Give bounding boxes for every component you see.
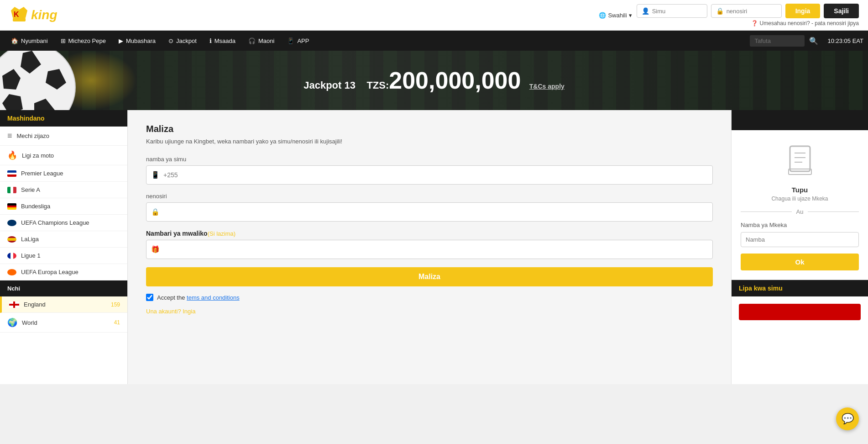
referral-field[interactable] [163, 246, 708, 253]
nav-mubashara[interactable]: ▶ Mubashara [112, 31, 162, 51]
password-input[interactable] [727, 8, 777, 15]
password-field[interactable] [163, 208, 708, 216]
divider-au: Au [796, 208, 804, 215]
sidebar-item-label: Ligi za moto [22, 152, 54, 159]
sim-icon: 📱 [151, 171, 160, 179]
nav-app[interactable]: 📱 APP [281, 31, 315, 51]
content-area: Maliza Karibu ujiunge na Kingbet, weka n… [128, 110, 731, 384]
maliza-button[interactable]: Maliza [146, 267, 713, 286]
nav-label: Michezo Pepe [68, 37, 106, 44]
sidebar-item-serie-a[interactable]: Serie A [0, 182, 127, 198]
phone-input-wrapper[interactable]: 👤 [637, 4, 707, 18]
lipa-content [732, 296, 868, 325]
phone-field[interactable] [163, 171, 708, 179]
tems-link[interactable]: tems and conditions [187, 294, 240, 301]
fire-icon: 🔥 [7, 150, 17, 160]
login-link[interactable]: Una akaunti? Ingia [146, 308, 195, 315]
globe-icon: 🌐 [599, 12, 606, 19]
sidebar-item-label: Bundesliga [21, 203, 50, 210]
divider-line-right [808, 211, 859, 212]
phone-field-wrapper[interactable]: 📱 [146, 165, 713, 185]
tv-icon: ▶ [119, 37, 123, 44]
lang-label: Swahili [608, 12, 627, 19]
sidebar-item-label: Premier League [21, 170, 63, 177]
sidebar-item-ligi-za-moto[interactable]: 🔥 Ligi za moto [0, 146, 127, 165]
password-field-label: nenosiri [146, 193, 713, 200]
phone-input[interactable] [652, 8, 702, 15]
password-input-wrapper[interactable]: 🔒 [711, 4, 782, 18]
betslip-namba-input[interactable] [741, 232, 859, 247]
sidebar-item-bundesliga[interactable]: Bundesliga [0, 198, 127, 215]
nav-search-area: 🔍 10:23:05 EAT [750, 35, 863, 47]
form-title: Maliza [146, 124, 713, 134]
nav-nyumbani[interactable]: 🏠 Nyumbani [5, 31, 54, 51]
nav-label: APP [297, 37, 309, 44]
search-icon[interactable]: 🔍 [809, 37, 818, 45]
referral-sub: (Si lazima) [208, 230, 235, 237]
jackpot-amount: 200,000,000 [389, 67, 521, 94]
sajili-button[interactable]: Sajili [824, 4, 859, 18]
sidebar-item-europa-league[interactable]: UEFA Europa League [0, 264, 127, 280]
sidebar-item-label: Ligue 1 [21, 252, 41, 259]
svg-rect-1 [13, 18, 26, 21]
main-layout: Mashindano ≡ Mechi zijazo 🔥 Ligi za moto… [0, 110, 868, 384]
sidebar-item-label: Serie A [21, 186, 40, 193]
phone-icon: 📱 [287, 37, 294, 44]
ingia-button[interactable]: Ingia [785, 4, 821, 18]
sidebar-item-world[interactable]: 🌍 World 41 [0, 313, 127, 333]
forgot-password-link[interactable]: Umesahau nenosiri? - pata nenosiri jipya [760, 20, 859, 26]
nav-jackpot[interactable]: ⊙ Jackpot [162, 31, 203, 51]
sidebar-item-ligue1[interactable]: Ligue 1 [0, 248, 127, 264]
sidebar-item-champions-league[interactable]: UEFA Champions League [0, 215, 127, 231]
world-label: World [22, 319, 37, 326]
auth-row: 👤 🔒 Ingia Sajili [637, 4, 859, 18]
sidebar-item-label: UEFA Europa League [21, 269, 78, 275]
sidebar-item-laliga[interactable]: LaLiga [0, 231, 127, 248]
tcs-link[interactable]: T&Cs apply [529, 83, 565, 90]
forgot-password[interactable]: ❓ Umesahau nenosiri? - pata nenosiri jip… [751, 20, 859, 26]
jackpot-banner: Jackpot 13 TZS:200,000,000 T&Cs apply [0, 51, 868, 110]
nav-time: 10:23:05 EAT [827, 37, 863, 44]
nav-michezo[interactable]: ⊞ Michezo Pepe [54, 31, 112, 51]
betslip-hint: Chagua ili ujaze Mkeka [771, 196, 828, 202]
nav-label: Msaada [214, 37, 235, 44]
sidebar-item-label: LaLiga [21, 236, 39, 243]
betslip-divider: Au [741, 208, 859, 215]
nav-msaada[interactable]: ℹ Msaada [203, 31, 242, 51]
right-panel-top-bar [732, 110, 868, 130]
sidebar-item-england[interactable]: England 159 [0, 296, 127, 313]
password-field-wrapper[interactable]: 🔒 [146, 202, 713, 222]
sidebar: Mashindano ≡ Mechi zijazo 🔥 Ligi za moto… [0, 110, 128, 384]
home-icon: 🏠 [11, 37, 18, 44]
accept-text: Accept the [157, 294, 185, 301]
header: K king 🌐 Swahili ▾ 👤 🔒 Ingia Sajili [0, 0, 868, 31]
betslip-ok-button[interactable]: Ok [741, 254, 859, 270]
sidebar-item-mechi-zijazo[interactable]: ≡ Mechi zijazo [0, 127, 127, 146]
jackpot-label: Jackpot 13 [303, 79, 356, 91]
betslip-icon [786, 144, 814, 181]
header-right: 🌐 Swahili ▾ 👤 🔒 Ingia Sajili ❓ Umesahau … [599, 4, 859, 26]
grid-icon: ⊞ [61, 37, 66, 44]
search-input[interactable] [750, 35, 805, 47]
england-label: England [24, 301, 46, 308]
sidebar-item-premier-league[interactable]: Premier League [0, 165, 127, 182]
layers-icon: ≡ [7, 131, 12, 141]
accept-checkbox[interactable] [146, 294, 153, 301]
world-flag-icon: 🌍 [7, 317, 17, 328]
language-selector[interactable]: 🌐 Swahili ▾ [599, 12, 632, 19]
logo-icon: K [9, 5, 29, 25]
info-icon: ℹ [209, 37, 212, 44]
laliga-flag [7, 236, 16, 243]
svg-rect-11 [9, 304, 19, 306]
nchi-title: Nchi [0, 280, 127, 296]
mpesa-button[interactable] [739, 304, 861, 320]
bundesliga-flag [7, 203, 16, 210]
right-panel: Tupu Chagua ili ujaze Mkeka Au Namba ya … [731, 110, 868, 384]
referral-field-wrapper[interactable]: 🎁 [146, 240, 713, 259]
nav-label: Maoni [258, 37, 274, 44]
nav-maoni[interactable]: 🎧 Maoni [242, 31, 281, 51]
logo[interactable]: K king [9, 5, 58, 25]
phone-field-label: namba ya simu [146, 156, 713, 163]
headphone-icon: 🎧 [248, 37, 256, 44]
soccer-ball-icon [0, 51, 78, 110]
